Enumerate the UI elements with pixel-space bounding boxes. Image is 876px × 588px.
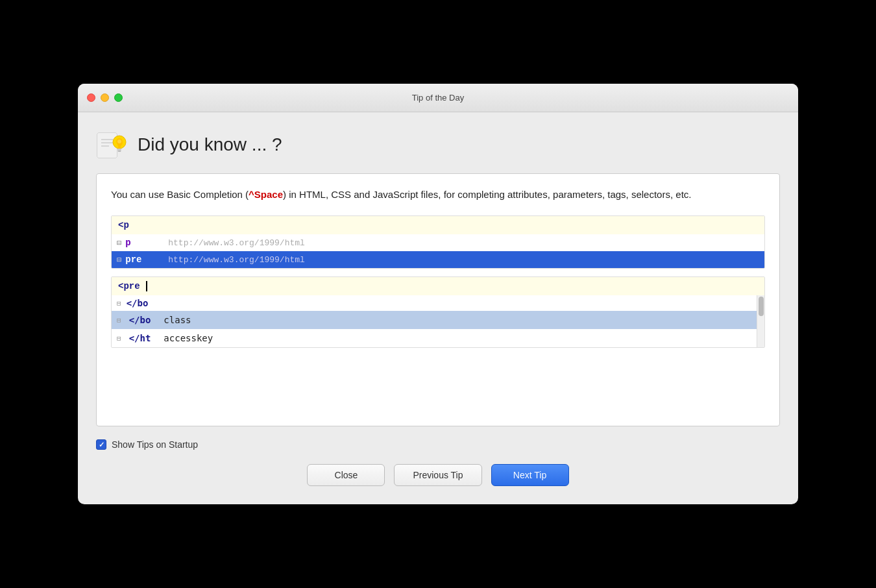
footer-row: ✓ Show Tips on Startup — [96, 439, 780, 450]
titlebar: Tip of the Day — [78, 84, 798, 112]
traffic-lights — [87, 93, 123, 102]
completion-icon-pre: ⊟ — [117, 255, 121, 265]
show-tips-text: Show Tips on Startup — [112, 439, 198, 450]
checkbox-checkmark: ✓ — [99, 441, 104, 449]
code-block-2: <pre ⊟ </bo ⊟ </bo class ⊟ — [111, 276, 765, 348]
scrollbar-track — [757, 295, 764, 347]
previous-tip-button[interactable]: Previous Tip — [394, 464, 481, 486]
accesskey-icon: ⊟ — [117, 334, 121, 343]
code-line-1: <p — [112, 216, 764, 234]
completion-item-accesskey[interactable]: ⊟ </ht accesskey — [112, 329, 764, 347]
dialog-heading: Did you know ... ? — [138, 134, 282, 155]
button-row: Close Previous Tip Next Tip — [96, 464, 780, 486]
completion-name-pre: pre — [125, 254, 164, 265]
code-line-2: <pre — [112, 277, 764, 295]
window-body: Did you know ... ? You can use Basic Com… — [78, 112, 798, 504]
shortcut-key: ^Space — [249, 189, 283, 200]
minimize-window-button[interactable] — [101, 93, 109, 102]
close-button[interactable]: Close — [307, 464, 385, 486]
completion-name-p: p — [125, 238, 164, 248]
dialog-header: Did you know ... ? — [96, 128, 780, 162]
completion-item-p[interactable]: ⊟ p http://www.w3.org/1999/html — [112, 234, 764, 251]
tip-text-before: You can use Basic Completion ( — [111, 189, 249, 200]
tip-text-after: ) in HTML, CSS and JavaScript files, for… — [283, 189, 691, 200]
tip-content-box: You can use Basic Completion (^Space) in… — [96, 173, 780, 426]
show-tips-label[interactable]: ✓ Show Tips on Startup — [96, 439, 198, 450]
svg-rect-7 — [118, 151, 121, 152]
svg-rect-6 — [117, 149, 121, 151]
next-tip-button[interactable]: Next Tip — [491, 464, 569, 486]
lightbulb-icon — [96, 128, 130, 162]
completion-name-class: class — [164, 315, 191, 325]
completion-item-pre[interactable]: ⊟ pre http://www.w3.org/1999/html — [112, 251, 764, 268]
completion-item-body: ⊟ </bo — [112, 295, 764, 311]
completion-item-class[interactable]: ⊟ </bo class — [112, 311, 764, 329]
scrollbar-thumb[interactable] — [759, 297, 764, 316]
svg-point-8 — [117, 140, 121, 143]
completion-icon-p: ⊟ — [117, 238, 121, 248]
tip-of-day-window: Tip of the Day — [78, 84, 798, 504]
tip-text: You can use Basic Completion (^Space) in… — [111, 187, 765, 202]
completion-name-accesskey: accesskey — [164, 333, 213, 343]
show-tips-checkbox[interactable]: ✓ — [96, 439, 106, 450]
body-close-icon: ⊟ — [117, 299, 121, 308]
close-window-button[interactable] — [87, 93, 95, 102]
completion-list-2: ⊟ </bo ⊟ </bo class ⊟ </ht accesskey — [112, 295, 764, 347]
completion-url-pre: http://www.w3.org/1999/html — [168, 255, 305, 265]
code-demo: <p ⊟ p http://www.w3.org/1999/html ⊟ pre… — [111, 215, 765, 348]
maximize-window-button[interactable] — [114, 93, 123, 102]
class-icon: ⊟ — [117, 316, 121, 325]
completion-url-p: http://www.w3.org/1999/html — [168, 238, 305, 248]
window-title: Tip of the Day — [412, 93, 464, 103]
completion-list-1: ⊟ p http://www.w3.org/1999/html ⊟ pre ht… — [112, 234, 764, 268]
code-block-1: <p ⊟ p http://www.w3.org/1999/html ⊟ pre… — [111, 215, 765, 269]
